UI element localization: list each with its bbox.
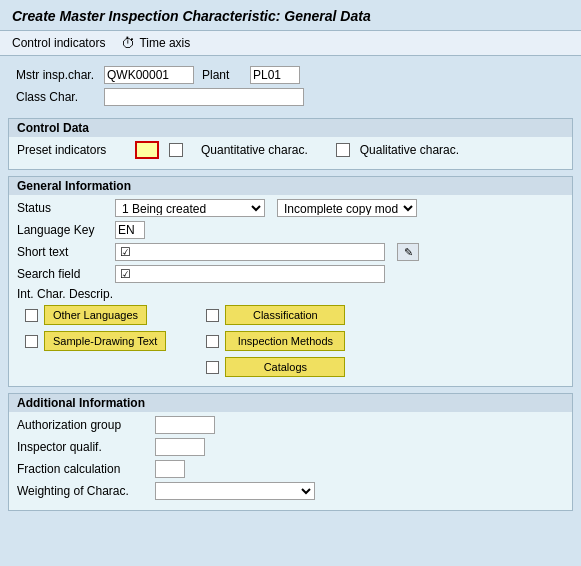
mstr-insp-row: Mstr insp.char. Plant	[16, 66, 565, 84]
int-char-label: Int. Char. Descrip.	[17, 287, 113, 301]
search-field-label: Search field	[17, 267, 107, 281]
auth-group-row: Authorization group	[17, 416, 564, 434]
status-row: Status 1 Being created Incomplete copy m…	[17, 199, 564, 217]
preset-indicators-label: Preset indicators	[17, 143, 127, 157]
weighting-label: Weighting of Charac.	[17, 484, 147, 498]
short-text-row: Short text ☑ ✎	[17, 243, 564, 261]
preset-checkbox[interactable]	[169, 143, 183, 157]
toolbar: Control indicators ⏱ Time axis	[0, 31, 581, 56]
language-key-label: Language Key	[17, 223, 107, 237]
additional-info-title: Additional Information	[9, 394, 572, 412]
inspection-methods-btn[interactable]: Inspection Methods	[225, 331, 345, 351]
auth-group-input[interactable]	[155, 416, 215, 434]
time-axis-btn[interactable]: ⏱ Time axis	[121, 35, 190, 51]
auth-group-label: Authorization group	[17, 418, 147, 432]
copy-model-dropdown[interactable]: Incomplete copy model	[277, 199, 417, 217]
qualitative-label: Qualitative charac.	[360, 143, 459, 157]
other-languages-row: Other Languages	[25, 305, 166, 325]
clock-icon: ⏱	[121, 35, 135, 51]
fraction-calc-row: Fraction calculation	[17, 460, 564, 478]
weighting-row: Weighting of Charac.	[17, 482, 564, 500]
search-field-input[interactable]: ☑	[115, 265, 385, 283]
catalogs-checkbox[interactable]	[206, 361, 219, 374]
left-buttons-col: Other Languages Sample-Drawing Text	[25, 305, 166, 380]
sample-drawing-btn[interactable]: Sample-Drawing Text	[44, 331, 166, 351]
qualitative-checkbox[interactable]	[336, 143, 350, 157]
short-text-edit-btn[interactable]: ✎	[397, 243, 419, 261]
general-info-title: General Information	[9, 177, 572, 195]
inspector-qualif-input[interactable]	[155, 438, 205, 456]
status-dropdown[interactable]: 1 Being created	[115, 199, 265, 217]
control-data-section: Control Data Preset indicators Quantitat…	[8, 118, 573, 170]
mstr-insp-char-input[interactable]	[104, 66, 194, 84]
inspector-qualif-row: Inspector qualif.	[17, 438, 564, 456]
fraction-calc-label: Fraction calculation	[17, 462, 147, 476]
other-languages-btn[interactable]: Other Languages	[44, 305, 147, 325]
class-char-input[interactable]	[104, 88, 304, 106]
plant-label: Plant	[202, 68, 242, 82]
page-title: Create Master Inspection Characteristic:…	[0, 0, 581, 31]
inspection-methods-checkbox[interactable]	[206, 335, 219, 348]
classification-checkbox[interactable]	[206, 309, 219, 322]
control-data-title: Control Data	[9, 119, 572, 137]
other-languages-checkbox[interactable]	[25, 309, 38, 322]
class-char-label: Class Char.	[16, 90, 96, 104]
general-info-section: General Information Status 1 Being creat…	[8, 176, 573, 387]
additional-info-section: Additional Information Authorization gro…	[8, 393, 573, 511]
main-content: Mstr insp.char. Plant Class Char. Contro…	[0, 56, 581, 523]
catalogs-btn[interactable]: Catalogs	[225, 357, 345, 377]
short-text-field[interactable]: ☑	[115, 243, 385, 261]
fraction-calc-input[interactable]	[155, 460, 185, 478]
short-text-label: Short text	[17, 245, 107, 259]
header-fields: Mstr insp.char. Plant Class Char.	[8, 62, 573, 114]
status-label: Status	[17, 201, 107, 215]
quantitative-label: Quantitative charac.	[201, 143, 308, 157]
language-key-input[interactable]	[115, 221, 145, 239]
int-char-row: Int. Char. Descrip.	[17, 287, 564, 301]
sample-drawing-checkbox[interactable]	[25, 335, 38, 348]
weighting-dropdown[interactable]	[155, 482, 315, 500]
classification-row: Classification	[206, 305, 345, 325]
catalogs-row: Catalogs	[206, 357, 345, 377]
classification-btn[interactable]: Classification	[225, 305, 345, 325]
mstr-insp-label: Mstr insp.char.	[16, 68, 96, 82]
control-indicators-btn[interactable]: Control indicators	[12, 36, 105, 50]
time-axis-label: Time axis	[139, 36, 190, 50]
preset-indicators-row: Preset indicators Quantitative charac. Q…	[17, 141, 564, 159]
control-indicators-label: Control indicators	[12, 36, 105, 50]
preset-box[interactable]	[135, 141, 159, 159]
inspector-qualif-label: Inspector qualif.	[17, 440, 147, 454]
plant-input[interactable]	[250, 66, 300, 84]
right-buttons-col: Classification Inspection Methods Catalo…	[206, 305, 345, 380]
inspection-methods-row: Inspection Methods	[206, 331, 345, 351]
class-char-row: Class Char.	[16, 88, 565, 106]
int-char-buttons-area: Other Languages Sample-Drawing Text Clas…	[25, 305, 564, 380]
sample-drawing-row: Sample-Drawing Text	[25, 331, 166, 351]
search-field-row: Search field ☑	[17, 265, 564, 283]
language-key-row: Language Key	[17, 221, 564, 239]
